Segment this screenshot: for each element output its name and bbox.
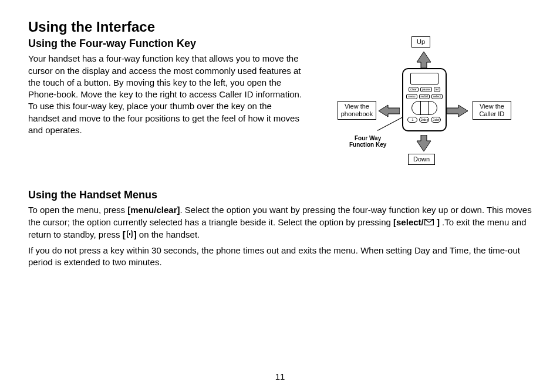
device-num: 2abc <box>419 117 429 123</box>
device-num: 3def <box>431 117 441 123</box>
four-way-key-diagram: Up Down View the phonebook View the Call… <box>342 36 507 171</box>
direction-label-up: Up <box>411 36 430 48</box>
text-column: Using the Four-way Function Key Your han… <box>28 36 305 171</box>
dpad-icon <box>411 101 437 115</box>
select-key-open: [select/ <box>393 217 424 227</box>
svg-marker-2 <box>379 105 400 117</box>
section1-paragraph: Your handset has a four-way function key… <box>28 53 305 136</box>
section-four-way-key: Using the Four-way Function Key Your han… <box>28 36 532 171</box>
select-key-close: ] <box>434 217 440 227</box>
figure-column: Up Down View the phonebook View the Call… <box>317 36 532 171</box>
section2-paragraph1: To open the menu, press [menu/clear]. Se… <box>28 204 532 241</box>
device-btn: menu <box>406 94 417 99</box>
handset-screen <box>410 73 438 85</box>
arrow-down-icon <box>416 135 432 151</box>
device-num: 1 <box>407 117 417 123</box>
handset-illustration: clear pause tel menu redial select 1 2ab… <box>402 68 447 131</box>
direction-label-down: Down <box>408 154 435 165</box>
svg-marker-0 <box>417 52 431 68</box>
section2-paragraph2: If you do not press a key within 30 seco… <box>28 245 532 269</box>
device-btn: clear <box>409 87 419 92</box>
arrow-up-icon <box>416 52 432 68</box>
device-btn: select <box>431 94 443 99</box>
direction-label-left: View the phonebook <box>338 101 376 120</box>
svg-rect-5 <box>129 233 130 235</box>
section2-heading: Using the Handset Menus <box>28 188 532 202</box>
arrow-right-icon <box>447 104 468 118</box>
end-key-open: [ <box>123 229 126 239</box>
menu-clear-key: [menu/clear] <box>127 205 180 215</box>
page-number: 11 <box>0 371 560 381</box>
phone-hangup-icon <box>126 229 133 241</box>
svg-marker-3 <box>447 105 468 117</box>
section-handset-menus: Using the Handset Menus To open the menu… <box>28 188 532 268</box>
arrow-left-icon <box>379 104 400 118</box>
device-btn: pause <box>420 87 432 92</box>
svg-marker-1 <box>417 135 431 151</box>
device-btn: redial <box>419 94 430 99</box>
direction-label-right: View the Caller ID <box>473 101 511 120</box>
device-btn: tel <box>434 87 440 92</box>
section1-heading: Using the Four-way Function Key <box>28 36 305 50</box>
envelope-icon <box>424 217 434 228</box>
callout-line <box>377 117 403 131</box>
function-key-callout: Four WayFunction Key <box>349 135 386 148</box>
page-title: Using the Interface <box>28 19 532 35</box>
